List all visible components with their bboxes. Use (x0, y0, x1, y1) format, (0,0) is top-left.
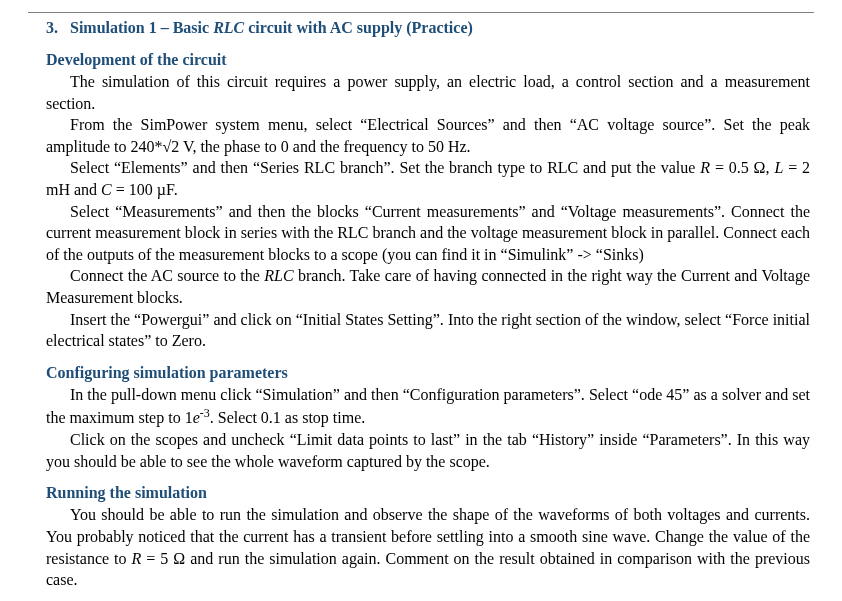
dev-para-1: The simulation of this circuit requires … (28, 71, 814, 114)
top-divider (28, 12, 814, 13)
var-L: L (774, 159, 783, 176)
run-para-1: You should be able to run the simulation… (28, 504, 814, 590)
var-C: C (101, 181, 112, 198)
section-title: 3. Simulation 1 – Basic RLC circuit with… (28, 19, 814, 37)
dev-para-2: From the SimPower system menu, select “E… (28, 114, 814, 157)
dev-para-3: Select “Elements” and then “Series RLC b… (28, 157, 814, 200)
text-span: Select “Elements” and then “Series RLC b… (70, 159, 700, 176)
cfg-para-1: In the pull-down menu click “Simulation”… (28, 384, 814, 430)
section-number: 3. (46, 19, 58, 36)
superscript: -3 (200, 406, 210, 420)
dev-para-5: Connect the AC source to the RLC branch.… (28, 265, 814, 308)
section-title-prefix: Simulation 1 – Basic (70, 19, 213, 36)
dev-para-6: Insert the “Powergui” and click on “Init… (28, 309, 814, 352)
subheading-development: Development of the circuit (46, 51, 814, 69)
var-e: e (193, 410, 200, 427)
subheading-config: Configuring simulation parameters (46, 364, 814, 382)
dev-para-4: Select “Measurements” and then the block… (28, 201, 814, 266)
document-page: 3. Simulation 1 – Basic RLC circuit with… (0, 0, 842, 601)
text-span: = 100 µF. (112, 181, 178, 198)
text-span: Connect the AC source to the (70, 267, 264, 284)
text-span: = 0.5 Ω, (710, 159, 774, 176)
subheading-run: Running the simulation (46, 484, 814, 502)
section-title-ital: RLC (213, 19, 244, 36)
section-title-suffix: circuit with AC supply (Practice) (244, 19, 473, 36)
var-R2: R (132, 550, 142, 567)
var-R: R (700, 159, 710, 176)
text-span: = 5 Ω and run the simulation again. Comm… (46, 550, 810, 589)
var-RLC: RLC (264, 267, 293, 284)
text-span: In the pull-down menu click “Simulation”… (46, 386, 810, 427)
text-span: . Select 0.1 as stop time. (210, 410, 366, 427)
cfg-para-2: Click on the scopes and uncheck “Limit d… (28, 429, 814, 472)
